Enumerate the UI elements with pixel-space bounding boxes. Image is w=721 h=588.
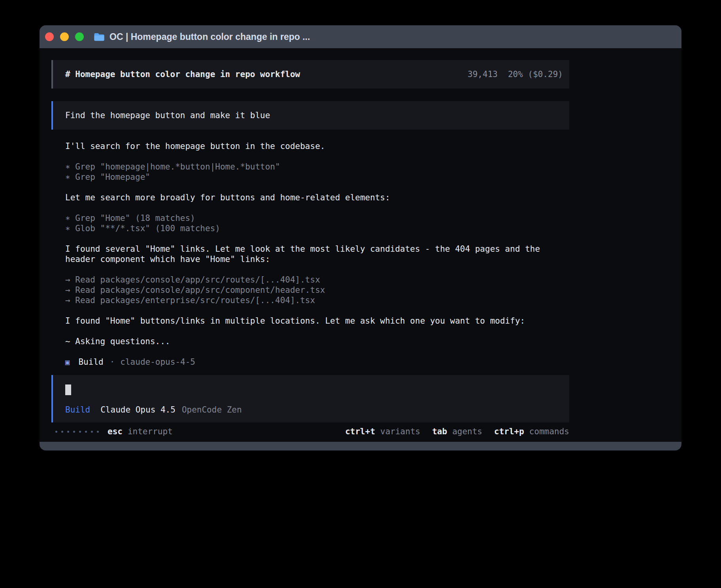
transcript-line: → Read packages/enterprise/src/routes/[.… [65, 295, 569, 305]
prompt-input[interactable]: Build Claude Opus 4.5 OpenCode Zen [51, 375, 569, 422]
session-header: # Homepage button color change in repo w… [51, 60, 569, 89]
transcript-line: → Read packages/console/app/src/routes/[… [65, 275, 569, 285]
mode-row: Build Claude Opus 4.5 OpenCode Zen [65, 405, 557, 415]
transcript-line: header component which have "Home" links… [65, 254, 569, 264]
provider-label: OpenCode Zen [182, 405, 242, 415]
model-label: Claude Opus 4.5 [100, 405, 176, 415]
agent-separator: · [110, 357, 115, 367]
status-right: ctrl+t variants tab agents ctrl+p comman… [333, 427, 569, 436]
zoom-button[interactable] [75, 32, 84, 41]
transcript-line: Let me search more broadly for buttons a… [65, 192, 569, 203]
shortcut-label: variants [380, 427, 420, 436]
transcript-line [65, 151, 569, 162]
status-left: esc interrupt [51, 427, 173, 436]
folder-icon [94, 32, 105, 41]
agent-status-line: ▣ Build · claude-opus-4-5 [65, 357, 569, 367]
window-title: OC | Homepage button color change in rep… [109, 32, 310, 42]
context-usage: 20% ($0.29) [508, 70, 563, 79]
session-stats: 39,413 20% ($0.29) [468, 70, 563, 79]
agent-model: claude-opus-4-5 [120, 357, 195, 367]
titlebar: OC | Homepage button color change in rep… [40, 25, 681, 48]
status-bar: esc interrupt ctrl+t variants tab agents [51, 426, 569, 437]
transcript-line [65, 264, 569, 275]
close-button[interactable] [45, 32, 54, 41]
shortcut-label: agents [452, 427, 482, 436]
shortcut-key: tab [432, 427, 447, 436]
transcript-line [65, 305, 569, 316]
transcript-line: ∗ Grep "Home" (18 matches) [65, 213, 569, 223]
shortcut-item: tab agents [432, 427, 482, 436]
window-controls [45, 32, 84, 41]
transcript-line [65, 182, 569, 192]
transcript-line: ~ Asking questions... [65, 336, 569, 347]
transcript-line: I found "Home" buttons/links in multiple… [65, 316, 569, 326]
title-group: OC | Homepage button color change in rep… [94, 32, 310, 42]
esc-key: esc [108, 427, 123, 436]
input-cursor [65, 384, 71, 395]
agent-name: Build [78, 357, 103, 367]
transcript-line: ∗ Grep "homepage|home.*button|Home.*butt… [65, 162, 569, 172]
shortcut-key: ctrl+p [494, 427, 524, 436]
transcript-line: → Read packages/console/app/src/componen… [65, 285, 569, 295]
shortcut-item: ctrl+t variants [345, 427, 420, 436]
interrupt-label: interrupt [128, 427, 173, 436]
transcript-line [65, 234, 569, 244]
token-count: 39,413 [468, 70, 498, 79]
user-message-text: Find the homepage button and make it blu… [65, 111, 270, 120]
shortcut-label: commands [529, 427, 569, 436]
mode-label: Build [65, 405, 90, 415]
transcript-line [65, 326, 569, 336]
transcript-line: I found several "Home" links. Let me loo… [65, 244, 569, 254]
minimize-button[interactable] [60, 32, 69, 41]
terminal-content: # Homepage button color change in repo w… [40, 48, 681, 442]
transcript-line: I'll search for the homepage button in t… [65, 141, 569, 151]
transcript-line [65, 203, 569, 213]
agent-icon: ▣ [65, 357, 70, 367]
spinner-icon [55, 431, 99, 433]
assistant-transcript: I'll search for the homepage button in t… [65, 141, 569, 357]
transcript-line: ∗ Glob "**/*.tsx" (100 matches) [65, 223, 569, 234]
shortcut-item: ctrl+p commands [494, 427, 569, 436]
transcript-line: ∗ Grep "Homepage" [65, 172, 569, 182]
user-message: Find the homepage button and make it blu… [51, 101, 569, 130]
transcript-line [65, 347, 569, 357]
shortcut-key: ctrl+t [345, 427, 375, 436]
session-title: # Homepage button color change in repo w… [65, 70, 300, 79]
terminal-window: OC | Homepage button color change in rep… [40, 25, 681, 450]
